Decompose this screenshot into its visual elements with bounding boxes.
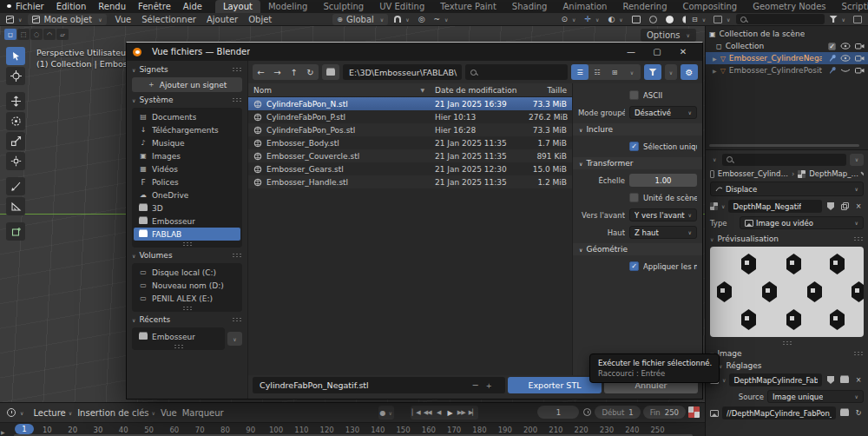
outliner-filter-button[interactable]: ∨ — [827, 14, 848, 25]
play-reverse-button[interactable]: ◀ — [433, 406, 444, 419]
image-name-field[interactable]: DepthMapCylindre_FabPon_… — [729, 373, 822, 386]
sidebar-folder-item[interactable]: Musique — [134, 136, 240, 149]
workspace-tab[interactable]: Geometry Nodes — [745, 0, 833, 13]
snap-toggle[interactable]: ∨ — [391, 14, 411, 25]
outliner-scrollbar[interactable] — [709, 144, 859, 147]
shading-wireframe[interactable] — [647, 14, 660, 25]
view-thumbnail-button[interactable]: ⊞ — [606, 64, 623, 80]
tool-select-box[interactable] — [6, 47, 25, 65]
collection-checkbox[interactable] — [828, 43, 836, 50]
open-image-button[interactable] — [839, 377, 850, 383]
toggle-xray[interactable] — [629, 14, 643, 25]
eye-closed-icon[interactable] — [840, 67, 851, 74]
tool-measure[interactable] — [6, 197, 25, 215]
path-input[interactable]: E:\3D\Embosseur\FABLAB\ — [343, 64, 462, 80]
frame-start-field[interactable]: Début1 — [595, 406, 640, 419]
reload-image-button[interactable]: ↻ — [853, 409, 864, 417]
operator-options-button[interactable]: ⚙ — [681, 64, 698, 80]
filter-toggle-button[interactable] — [644, 64, 661, 80]
tool-move[interactable] — [6, 92, 25, 110]
object-row-selected[interactable]: ▶ ▽ Embosser_CylindreNegatif — [706, 52, 868, 64]
close-button[interactable]: ✕ — [670, 43, 696, 61]
transform-section-header[interactable]: ∨Transformer — [573, 157, 702, 169]
file-row[interactable]: Embosser_Handle.stl 21 Jan 2025 11:35 1.… — [248, 175, 572, 188]
batch-mode-dropdown[interactable]: Désactivé∨ — [629, 106, 697, 119]
playhead[interactable]: 1 — [15, 424, 34, 434]
frame-end-field[interactable]: Fin250 — [643, 406, 686, 419]
texture-name-field[interactable]: DepthMap_Negatif — [728, 200, 822, 213]
workspace-tab[interactable]: Layout — [215, 0, 260, 13]
sidebar-volume-item[interactable]: PENIL ALEX (E:) — [134, 292, 240, 305]
properties-search-input[interactable] — [722, 154, 846, 166]
select-mode-lasso[interactable]: ◠ — [43, 29, 56, 40]
preview-section-header[interactable]: ∨Prévisualisation — [710, 235, 864, 243]
scene-unit-checkbox[interactable] — [629, 193, 639, 202]
auto-keying-button[interactable]: ●∨ — [378, 406, 394, 419]
fake-user-button[interactable] — [825, 202, 836, 210]
options-dropdown[interactable]: Options∨ — [641, 29, 696, 42]
properties-editor-icon[interactable]: ∨ — [710, 154, 719, 165]
sidebar-folder-item[interactable]: Images — [134, 149, 240, 162]
jump-to-start-button[interactable]: ▏◀ — [411, 406, 422, 419]
menu-item[interactable]: Édition — [50, 2, 93, 11]
menu-item[interactable]: Fichier — [10, 2, 50, 11]
stopwatch-icon[interactable] — [582, 408, 592, 416]
volumes-section-header[interactable]: ∨Volumes — [132, 251, 242, 260]
grip-icon[interactable] — [782, 340, 792, 346]
file-row[interactable]: Embosser_Body.stl 21 Jan 2025 11:35 1.7 … — [248, 136, 572, 149]
outliner-display-dropdown[interactable]: ⊟∨ — [689, 14, 708, 25]
settings-section-header[interactable]: ∨Réglages — [719, 361, 864, 370]
workspace-tab[interactable]: Animation — [555, 0, 615, 13]
refresh-button[interactable]: ↻ — [302, 64, 319, 80]
timeline-menu-item[interactable]: Lecture∨ — [30, 408, 75, 418]
tool-annotate[interactable] — [6, 177, 25, 195]
workspace-tab[interactable]: Sculpting — [315, 0, 372, 13]
minimize-button[interactable]: — — [618, 43, 644, 61]
maximize-button[interactable]: ▢ — [644, 43, 670, 61]
sidebar-folder-item[interactable]: Polices — [134, 175, 240, 188]
geometry-section-header[interactable]: ∨Géométrie — [573, 243, 702, 255]
sidebar-folder-item[interactable]: FABLAB — [134, 228, 240, 241]
new-folder-button[interactable] — [322, 64, 339, 80]
tool-rotate[interactable] — [6, 112, 25, 130]
parent-dir-button[interactable]: ↑ — [286, 64, 302, 80]
camera-icon[interactable] — [855, 55, 865, 62]
expand-arrow-icon[interactable]: ▶ — [713, 56, 717, 62]
falloff-dropdown[interactable]: ~∨ — [431, 14, 451, 25]
image-filepath-field[interactable]: //DepthMapCylindre_FabPon_Neg… — [722, 406, 836, 419]
export-stl-button[interactable]: Exporter STL — [508, 377, 602, 393]
recents-options-button[interactable]: ∨ — [227, 332, 242, 346]
sidebar-folder-item[interactable]: 3D — [134, 201, 240, 215]
browse-file-button[interactable] — [839, 410, 850, 416]
workspace-tab[interactable]: Rendering — [615, 0, 674, 13]
column-date[interactable]: Date de modification — [430, 86, 523, 95]
timeline-menu-item[interactable]: Marqueur — [180, 408, 227, 418]
tool-scale[interactable] — [6, 132, 25, 150]
properties-filter-dropdown[interactable]: ∨ — [850, 154, 864, 166]
expand-arrow-icon[interactable]: ▶ — [713, 68, 717, 74]
image-section-header[interactable]: ∨Image — [710, 349, 864, 358]
image-source-dropdown[interactable]: Image unique∨ — [767, 390, 864, 403]
bookmarks-section-header[interactable]: ∨Signets — [132, 65, 242, 74]
view-list-button[interactable]: ☰ — [571, 64, 589, 80]
search-input[interactable] — [465, 64, 568, 80]
sidebar-folder-item[interactable]: Téléchargements — [134, 123, 240, 136]
select-mode-tweak[interactable]: ◻ — [4, 29, 16, 40]
orientation-dropdown[interactable]: ⊕Global∨ — [332, 14, 388, 25]
viewport-menu-item[interactable]: Sélectionner — [136, 15, 201, 24]
system-section-header[interactable]: ∨Système — [132, 96, 242, 104]
tool-add-cube[interactable] — [6, 222, 25, 241]
workspace-tab[interactable]: Compositing — [675, 0, 746, 13]
outliner-options-button[interactable] — [851, 14, 865, 25]
sidebar-folder-item[interactable]: OneDrive — [134, 188, 240, 201]
tool-cursor[interactable] — [6, 67, 25, 85]
mode-dropdown[interactable]: Mode objet∨ — [28, 14, 106, 25]
pivot-dropdown[interactable]: ⊙∨ — [558, 14, 578, 25]
menu-item[interactable]: Rendu — [92, 2, 132, 11]
workspace-tab[interactable]: Texture Paint — [432, 0, 504, 13]
forward-axis-dropdown[interactable]: Y vers l'avant∨ — [629, 208, 697, 221]
fake-user-button[interactable] — [825, 376, 836, 384]
file-row[interactable]: CylindreFabPon_Pos.stl Hier 16:28 73.3 M… — [248, 123, 572, 136]
back-button[interactable]: ← — [253, 64, 269, 80]
recents-section-header[interactable]: ∨Récents — [132, 315, 242, 324]
